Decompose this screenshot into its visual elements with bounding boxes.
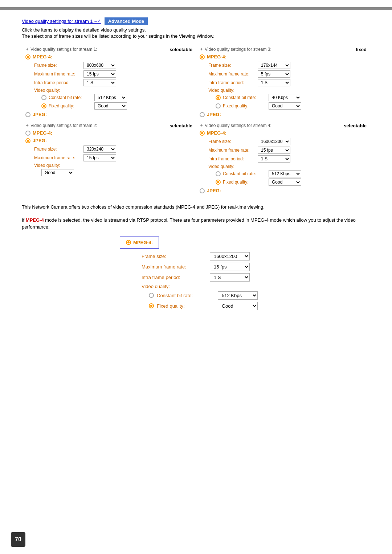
stream3-quality-label: Video quality: [208,88,367,93]
demo-cbr-select[interactable]: 512 Kbps [218,291,258,300]
stream4-header-label: Video quality settings for stream 4: [205,123,271,128]
stream4-settings: Frame size: 1600x1200 Maximum frame rate… [208,138,367,186]
stream3-cbr-select[interactable]: 40 Kbps [269,94,301,101]
demo-intra-select[interactable]: 1 S [210,273,250,282]
demo-mpeg4-radio[interactable] [126,240,131,245]
stream1-panel: ✦ Video quality settings for stream 1: s… [22,44,196,120]
demo-frame-size-select[interactable]: 1600x1200 [210,252,250,260]
stream4-frame-size-row: Frame size: 1600x1200 [208,138,367,145]
stream1-cbr-radio[interactable] [41,95,46,100]
stream1-codec-row: MPEG-4: [25,54,192,59]
stream2-quality-select[interactable]: Good [41,169,74,176]
stream2-mpeg4-radio[interactable] [25,131,30,136]
stream3-jpeg-row: JPEG: [200,112,367,117]
stream1-jpeg-radio[interactable] [25,112,30,117]
stream4-header-wrapper: ✦ Video quality settings for stream 4: s… [200,123,367,130]
stream1-settings: Frame size: 800x600 Maximum frame rate: … [34,62,192,110]
stream3-fq-row: Fixed quality: Good [216,102,367,110]
stream2-quality-section: Video quality: Good [34,163,192,176]
stream2-jpeg-radio[interactable] [25,138,30,143]
demo-frame-size-label: Frame size: [142,254,207,259]
advanced-mode-button[interactable]: Advanced Mode [105,17,148,25]
stream1-jpeg-label: JPEG: [33,112,47,117]
stream4-cbr-select[interactable]: 512 Kbps [269,170,301,177]
demo-quality-header-row: Video quality: [142,284,272,289]
title-link[interactable]: Video quality settings for stream 1 ~ 4 [22,19,101,24]
stream1-intra-label: Intra frame period: [34,80,81,85]
stream4-cbr-radio[interactable] [216,171,221,176]
stream1-cbr-select[interactable]: 512 Kbps [94,94,127,101]
stream2-panel: ✦ Video quality settings for stream 2: s… [22,120,196,196]
demo-framerate-row: Maximum frame rate: 15 fps [142,263,272,271]
stream3-cbr-label: Constant bit rate: [223,95,266,100]
stream1-framerate-row: Maximum frame rate: 15 fps [34,70,192,78]
stream2-quality-select-row: Good [41,169,192,176]
stream2-framerate-label: Maximum frame rate: [34,155,81,160]
stream3-frame-size-label: Frame size: [208,63,256,68]
stream2-header-label: Video quality settings for stream 2: [30,123,97,128]
stream2-frame-size-label: Frame size: [34,147,81,152]
stream4-jpeg-row: JPEG: [200,188,367,193]
stream4-fq-label: Fixed quality: [223,180,266,185]
stream2-settings: Frame size: 320x240 Maximum frame rate: … [34,145,192,176]
stream3-frame-size-select[interactable]: 176x144 [258,62,290,69]
stream4-intra-row: Intra frame period: 1 S [208,155,367,163]
stream3-cbr-radio[interactable] [216,95,221,100]
stream2-frame-size-select[interactable]: 320x240 [83,145,116,153]
demo-codec-box: MPEG-4: [120,237,159,249]
stream3-mpeg4-radio[interactable] [200,54,205,59]
stream3-frame-size-row: Frame size: 176x144 [208,62,367,69]
stream4-framerate-select[interactable]: 15 fps [258,147,290,154]
stream4-fq-row: Fixed quality: Good [216,178,367,186]
stream1-header: ✦ Video quality settings for stream 1: [25,47,97,52]
stream3-header-wrapper: ✦ Video quality settings for stream 3: f… [200,47,367,54]
stream3-star-icon: ✦ [200,47,203,52]
stream1-fq-radio[interactable] [41,103,46,108]
stream3-panel: ✦ Video quality settings for stream 3: f… [196,44,370,120]
stream4-frame-size-label: Frame size: [208,139,256,144]
stream4-framerate-label: Maximum frame rate: [208,148,256,153]
stream3-fq-label: Fixed quality: [223,103,266,108]
stream2-jpeg-label: JPEG: [33,138,47,143]
stream3-framerate-row: Maximum frame rate: 5 fps [208,70,367,78]
stream4-fq-radio[interactable] [216,180,221,185]
stream4-fq-select[interactable]: Good [269,178,301,186]
stream3-jpeg-radio[interactable] [200,112,205,117]
stream2-frame-size-row: Frame size: 320x240 [34,145,192,153]
stream3-cbr-row: Constant bit rate: 40 Kbps [216,94,367,101]
stream1-fq-select[interactable]: Good [94,102,127,110]
stream4-cbr-row: Constant bit rate: 512 Kbps [216,170,367,177]
demo-quality-label: Video quality: [142,284,207,289]
stream2-framerate-select[interactable]: 15 fps [83,154,116,161]
stream4-codec-row: MPEG-4: [200,130,367,136]
stream1-framerate-select[interactable]: 15 fps [83,70,116,78]
stream1-frame-size-select[interactable]: 800x600 [83,62,116,69]
demo-framerate-select[interactable]: 15 fps [210,263,250,271]
stream4-frame-size-select[interactable]: 1600x1200 [258,138,290,145]
stream1-framerate-label: Maximum frame rate: [34,71,81,77]
demo-fq-radio[interactable] [149,303,154,308]
demo-cbr-radio[interactable] [149,293,154,298]
stream3-intra-select[interactable]: 1 S [258,79,290,86]
stream3-framerate-select[interactable]: 5 fps [258,70,290,78]
stream2-framerate-row: Maximum frame rate: 15 fps [34,154,192,161]
stream1-mpeg4-radio[interactable] [25,54,30,59]
stream3-codec-row: MPEG-4: [200,54,367,59]
stream1-intra-select[interactable]: 1 S [83,79,116,86]
stream3-mpeg4-label: MPEG-4: [207,54,226,59]
stream4-mpeg4-radio[interactable] [200,131,205,136]
stream3-fq-radio[interactable] [216,103,221,108]
stream4-jpeg-radio[interactable] [200,188,205,193]
stream4-quality-section: Video quality: Constant bit rate: 512 Kb… [208,164,367,186]
stream1-mode-badge: selectable [170,47,192,52]
stream4-intra-select[interactable]: 1 S [258,155,290,163]
stream3-fq-select[interactable]: Good [269,102,301,110]
stream3-intra-row: Intra frame period: 1 S [208,79,367,86]
stream1-header-wrapper: ✦ Video quality settings for stream 1: s… [25,47,192,54]
description-line2: If MPEG-4 mode is selected, the video is… [22,217,370,231]
subtitle1: Click the items to display the detailed … [22,27,370,33]
stream3-intra-label: Intra frame period: [208,80,256,85]
stream4-header: ✦ Video quality settings for stream 4: [200,123,271,128]
demo-fq-select[interactable]: Good [218,302,258,310]
stream1-header-label: Video quality settings for stream 1: [30,47,97,52]
